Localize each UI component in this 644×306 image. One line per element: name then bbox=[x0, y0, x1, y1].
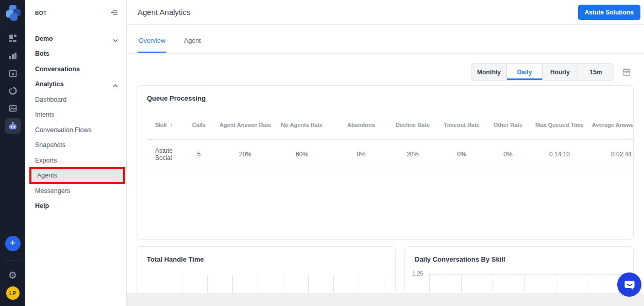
column-header-timeout-rate[interactable]: Timeout Rate bbox=[436, 115, 487, 140]
sidebar: BOT Demo Bots Conversations Analytics Da… bbox=[25, 0, 127, 306]
dashboard-grid-icon[interactable] bbox=[5, 30, 21, 46]
add-button[interactable]: + bbox=[5, 236, 21, 251]
cell-calls: 5 bbox=[178, 140, 219, 169]
range-daily-button[interactable]: Daily bbox=[507, 64, 543, 80]
time-range-group: Monthly Daily Hourly 15m bbox=[471, 63, 614, 80]
sidebar-item-analytics[interactable]: Analytics bbox=[25, 77, 126, 92]
total-handle-time-title: Total Handle Time bbox=[137, 247, 395, 263]
icon-rail: + ⚙ LP bbox=[0, 0, 25, 306]
tab-agent[interactable]: Agent bbox=[183, 37, 202, 53]
column-header-calls[interactable]: Calls bbox=[178, 115, 219, 140]
queue-processing-card: Queue Processing Skill↑ Calls Agent Answ… bbox=[137, 85, 634, 240]
sidebar-item-conversation-flows[interactable]: Conversation Flows bbox=[25, 122, 126, 138]
range-monthly-button[interactable]: Monthly bbox=[471, 64, 507, 80]
range-hourly-button[interactable]: Hourly bbox=[543, 64, 578, 80]
daily-conversations-title: Daily Conversations By Skill bbox=[405, 247, 633, 263]
y-axis-tick-label: 1.25 bbox=[412, 270, 423, 277]
column-header-abandons[interactable]: Abandons bbox=[333, 115, 389, 140]
bottom-scroll-area bbox=[127, 293, 644, 306]
astute-solutions-button[interactable]: Astute Solutions bbox=[578, 5, 640, 20]
media-image-icon[interactable] bbox=[5, 100, 21, 117]
cell-other-rate: 0% bbox=[487, 140, 529, 169]
sessions-ring-icon[interactable] bbox=[5, 83, 21, 99]
cell-abandons: 0% bbox=[333, 140, 389, 169]
top-header: Agent Analytics Astute Solutions bbox=[127, 0, 644, 25]
table-row: Astute Social 5 20% 60% 0% 20% 0% 0% 0:1… bbox=[147, 140, 633, 169]
bot-icon[interactable] bbox=[5, 118, 21, 134]
cell-average-answer-time: 0:02:44 bbox=[590, 140, 633, 169]
queue-processing-title: Queue Processing bbox=[137, 86, 633, 102]
column-header-average-answer-time[interactable]: Average Answer Time bbox=[590, 115, 633, 140]
range-15m-button[interactable]: 15m bbox=[578, 64, 614, 80]
sidebar-item-dashboard[interactable]: Dashboard bbox=[25, 92, 126, 107]
calendar-icon[interactable] bbox=[5, 65, 21, 82]
rail-divider bbox=[5, 25, 21, 25]
chevron-up-icon bbox=[113, 82, 118, 89]
workspace-label: BOT bbox=[35, 10, 47, 16]
page-title: Agent Analytics bbox=[138, 8, 191, 17]
table-header-row: Skill↑ Calls Agent Answer Rate No Agents… bbox=[147, 115, 633, 140]
app-logo[interactable] bbox=[5, 5, 21, 21]
sidebar-item-demo[interactable]: Demo bbox=[25, 31, 126, 46]
sidebar-item-snapshots[interactable]: Snapshots bbox=[25, 138, 126, 153]
chevron-down-icon bbox=[113, 37, 118, 44]
sidebar-item-conversations[interactable]: Conversations bbox=[25, 61, 126, 77]
column-header-skill[interactable]: Skill↑ bbox=[147, 115, 178, 140]
main-content: Agent Analytics Astute Solutions Overvie… bbox=[127, 0, 644, 306]
column-header-other-rate[interactable]: Other Rate bbox=[487, 115, 529, 140]
logo-shape bbox=[10, 13, 18, 21]
date-picker-calendar-icon[interactable] bbox=[622, 68, 631, 76]
sidebar-item-agents[interactable]: Agents bbox=[29, 167, 125, 184]
chat-widget-button[interactable] bbox=[617, 272, 641, 297]
cell-max-queued-time: 0:14:10 bbox=[529, 140, 590, 169]
user-avatar[interactable]: LP bbox=[6, 286, 20, 300]
sidebar-item-bots[interactable]: Bots bbox=[25, 46, 126, 62]
cell-decline-rate: 20% bbox=[389, 140, 436, 169]
sidebar-item-help[interactable]: Help bbox=[25, 199, 126, 214]
column-header-no-agents-rate[interactable]: No Agents Rate bbox=[271, 115, 333, 140]
column-header-agent-answer-rate[interactable]: Agent Answer Rate bbox=[219, 115, 271, 140]
queue-processing-table: Skill↑ Calls Agent Answer Rate No Agents… bbox=[137, 115, 633, 169]
time-range-row: Monthly Daily Hourly 15m bbox=[471, 63, 631, 80]
column-header-max-queued-time[interactable]: Max Queued Time bbox=[529, 115, 590, 140]
cell-agent-answer-rate: 20% bbox=[219, 140, 271, 169]
cell-timeout-rate: 0% bbox=[436, 140, 487, 169]
cell-no-agents-rate: 60% bbox=[271, 140, 333, 169]
column-header-decline-rate[interactable]: Decline Rate bbox=[389, 115, 436, 140]
sidebar-item-intents[interactable]: Intents bbox=[25, 107, 126, 123]
sidebar-item-messengers[interactable]: Messengers bbox=[25, 183, 126, 199]
sort-ascending-icon: ↑ bbox=[170, 122, 173, 128]
settings-gear-icon[interactable]: ⚙ bbox=[8, 269, 17, 281]
rail-divider bbox=[5, 261, 21, 261]
tab-bar: Overview Agent bbox=[127, 25, 644, 54]
sidebar-item-exports[interactable]: Exports bbox=[25, 153, 126, 168]
cell-skill: Astute Social bbox=[147, 140, 178, 169]
bar-chart-icon[interactable] bbox=[5, 47, 21, 64]
collapse-sidebar-icon[interactable] bbox=[110, 8, 118, 18]
tab-overview[interactable]: Overview bbox=[138, 37, 166, 53]
